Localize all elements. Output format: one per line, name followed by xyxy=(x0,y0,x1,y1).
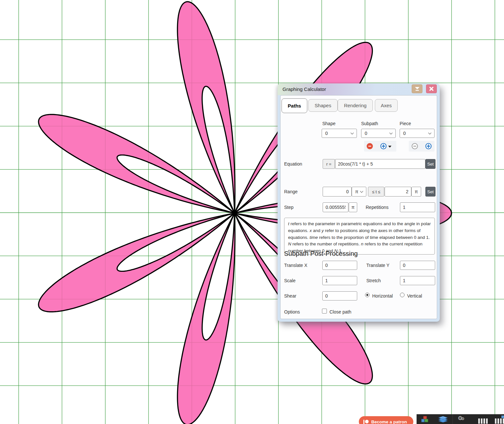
range-from-input[interactable] xyxy=(323,187,352,197)
patreon-icon xyxy=(363,420,369,424)
repetitions-input[interactable] xyxy=(400,202,435,212)
piece-select[interactable]: 0 xyxy=(400,129,435,138)
app-screen: Graphing Calculator Paths Shapes Renderi… xyxy=(0,0,504,424)
translate-x-label: Translate X xyxy=(284,263,307,268)
range-to-unit: π xyxy=(411,187,421,197)
close-button[interactable] xyxy=(426,84,437,93)
equalizer-icon[interactable] xyxy=(495,416,504,423)
shear-horizontal-radio[interactable] xyxy=(365,293,370,297)
graphing-calculator-dialog: Graphing Calculator Paths Shapes Renderi… xyxy=(278,83,440,322)
equation-set-button[interactable]: Set xyxy=(425,159,435,169)
step-input[interactable] xyxy=(323,202,348,212)
subpath-select[interactable]: 0 xyxy=(361,129,396,138)
chevron-down-icon xyxy=(351,131,354,134)
step-unit: π xyxy=(349,202,357,212)
chevron-down-icon xyxy=(389,131,393,134)
tab-shapes[interactable]: Shapes xyxy=(308,99,338,112)
chevron-down-icon xyxy=(360,189,363,193)
shear-input[interactable] xyxy=(322,291,357,300)
parameter-help-text: t refers to the parameter in parametric … xyxy=(284,218,435,255)
piece-label: Piece xyxy=(400,121,411,126)
dialog-titlebar[interactable]: Graphing Calculator xyxy=(278,83,440,95)
shear-vertical-label: Vertical xyxy=(407,293,422,299)
close-icon xyxy=(429,87,434,91)
shear-horizontal-label: Horizontal xyxy=(372,293,393,299)
dialog-body: Paths Shapes Rendering Axes Shape Subpat… xyxy=(280,95,437,319)
close-path-label: Close path xyxy=(329,309,351,314)
collapse-icon xyxy=(415,87,420,91)
equation-label: Equation xyxy=(284,161,302,167)
range-to-input[interactable] xyxy=(385,187,411,197)
translate-x-input[interactable] xyxy=(322,261,357,270)
tab-rendering[interactable]: Rendering xyxy=(338,99,373,112)
become-a-patron-button[interactable]: Become a patron xyxy=(359,416,413,424)
translate-y-label: Translate Y xyxy=(366,263,389,268)
equation-lhs: r = xyxy=(323,159,335,169)
dialog-title: Graphing Calculator xyxy=(283,83,326,95)
shear-label: Shear xyxy=(284,293,296,299)
tab-paths[interactable]: Paths xyxy=(282,98,307,113)
shape-label: Shape xyxy=(322,121,335,126)
equalizer-icon[interactable] xyxy=(476,416,491,423)
repetitions-label: Repetitions xyxy=(366,205,389,210)
remove-subpath-button[interactable] xyxy=(367,143,373,149)
add-subpath-menu-caret[interactable] xyxy=(388,146,391,148)
taskbar-separator xyxy=(452,414,453,424)
scale-input[interactable] xyxy=(322,276,357,285)
taskbar: ⚙⚙ xyxy=(417,414,504,424)
add-subpath-button[interactable] xyxy=(380,143,387,149)
plus-icon xyxy=(427,144,430,148)
add-piece-button[interactable] xyxy=(425,143,432,149)
range-label: Range xyxy=(284,189,298,194)
range-from-unit-select[interactable]: π xyxy=(352,187,366,197)
scale-label: Scale xyxy=(284,278,296,283)
step-label: Step xyxy=(284,205,294,210)
remove-piece-button[interactable] xyxy=(412,143,418,149)
range-set-button[interactable]: Set xyxy=(425,187,435,197)
subpath-label: Subpath xyxy=(361,121,378,126)
layers-tool-icon[interactable] xyxy=(438,416,448,424)
minus-icon xyxy=(368,144,372,148)
blocks-tool-icon[interactable] xyxy=(420,416,429,424)
translate-y-input[interactable] xyxy=(400,261,435,270)
range-between-label: ≤ t ≤ xyxy=(368,187,384,197)
minus-icon xyxy=(413,144,417,148)
post-processing-heading: Subpath Post-Processing xyxy=(284,250,358,257)
close-path-checkbox[interactable] xyxy=(322,309,327,314)
settings-gears-icon[interactable]: ⚙⚙ xyxy=(458,416,465,422)
chevron-down-icon xyxy=(428,131,432,134)
stretch-label: Stretch xyxy=(366,278,381,283)
tab-axes[interactable]: Axes xyxy=(375,99,398,112)
minimize-button[interactable] xyxy=(412,84,422,93)
equation-input[interactable] xyxy=(335,159,425,169)
shape-select[interactable]: 0 xyxy=(322,129,357,138)
options-label: Options xyxy=(284,309,300,314)
stretch-input[interactable] xyxy=(400,276,435,285)
plus-icon xyxy=(382,144,385,148)
shear-vertical-radio[interactable] xyxy=(400,293,405,297)
